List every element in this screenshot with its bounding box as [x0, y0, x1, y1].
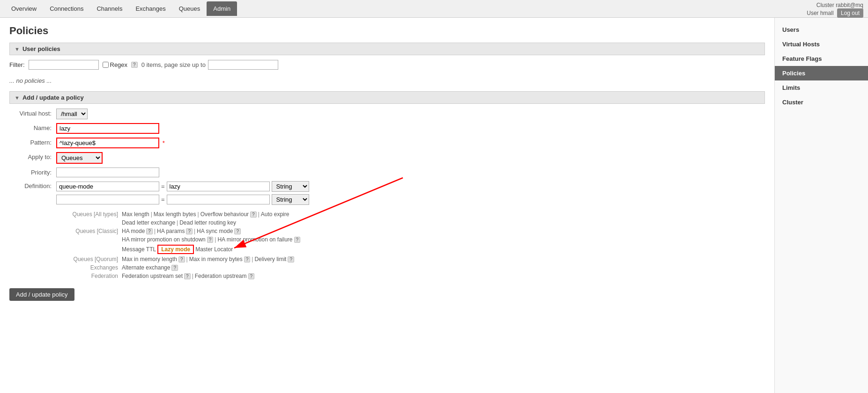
apply-row: Apply to: Queues Exchanges All [9, 152, 765, 164]
hint-ha-mirror-failure[interactable]: HA mirror promotion on failure [217, 236, 292, 243]
hint-auto-expire[interactable]: Auto expire [261, 211, 289, 218]
nav-overview[interactable]: Overview [5, 1, 43, 16]
hint-ha-mirror-shutdown[interactable]: HA mirror promotion on shutdown [122, 236, 206, 243]
add-policy-button[interactable]: Add / update policy [9, 288, 74, 301]
virtual-host-label: Virtual host: [9, 109, 56, 117]
hint-exchanges: Exchanges Alternate exchange ? [56, 264, 765, 271]
nav-connections[interactable]: Connections [43, 1, 90, 16]
pattern-control: * [56, 138, 765, 148]
hint-master-locator[interactable]: Master Locator [195, 246, 233, 253]
hint-category-exchanges: Exchanges [56, 264, 122, 271]
federation-upstream-set-help[interactable]: ? [184, 273, 191, 279]
filter-area: Filter: Regex ? 0 items, page size up to… [9, 60, 765, 73]
user-label: User hmall [807, 10, 833, 16]
federation-upstream-help[interactable]: ? [248, 273, 255, 279]
add-policy-arrow[interactable]: ▼ [15, 95, 20, 101]
delivery-limit-help[interactable]: ? [288, 256, 294, 262]
ha-params-help[interactable]: ? [186, 228, 193, 234]
sidebar-item-feature-flags[interactable]: Feature Flags [775, 51, 868, 66]
hint-max-memory-bytes[interactable]: Max in memory bytes [189, 256, 243, 262]
nav-admin[interactable]: Admin [207, 1, 237, 16]
filter-row: Filter: Regex ? 0 items, page size up to… [9, 60, 765, 70]
no-policies-message: ... no policies ... [9, 77, 765, 84]
hint-queues-all-2: Dead letter exchange | Dead letter routi… [56, 219, 765, 226]
hint-message-ttl[interactable]: Message TTL [122, 246, 156, 253]
definition-entry-1: = String Number Boolean [56, 181, 765, 192]
regex-help-badge[interactable]: ? [131, 62, 138, 68]
alternate-exchange-help[interactable]: ? [171, 265, 178, 271]
add-policy-title: Add / update a policy [22, 94, 84, 101]
hint-category-federation: Federation [56, 273, 122, 279]
pattern-required: * [163, 139, 165, 146]
hint-max-length-bytes[interactable]: Max length bytes [154, 211, 196, 218]
definition-type-2[interactable]: String Number Boolean [272, 194, 309, 205]
ha-mirror-failure-help[interactable]: ? [294, 237, 301, 243]
hint-queues-classic-2: HA mirror promotion on shutdown ? | HA m… [56, 236, 765, 243]
definition-eq-1: = [161, 183, 165, 190]
hint-links-queues-all-2: Dead letter exchange | Dead letter routi… [122, 219, 236, 226]
definition-eq-2: = [161, 196, 165, 203]
definition-key-1[interactable] [56, 182, 159, 191]
nav-queues[interactable]: Queues [172, 1, 207, 16]
hint-category-queues-quorum: Queues [Quorum] [56, 256, 122, 262]
items-count-label: 0 items, page size up to [141, 61, 206, 68]
lazy-mode-button[interactable]: Lazy mode [157, 245, 194, 254]
definition-entry-2: = String Number Boolean [56, 194, 765, 205]
definition-val-1[interactable] [167, 182, 270, 191]
apply-select[interactable]: Queues Exchanges All [56, 152, 103, 164]
max-memory-bytes-help[interactable]: ? [244, 256, 251, 262]
sidebar-item-policies[interactable]: Policies [775, 66, 868, 80]
hint-ha-sync-mode[interactable]: HA sync mode [197, 228, 233, 234]
page-size-input[interactable]: 100 [208, 60, 278, 70]
definition-val-2[interactable] [167, 195, 270, 204]
logout-button[interactable]: Log out [837, 8, 863, 18]
hint-overflow-behaviour[interactable]: Overflow behaviour [200, 211, 249, 218]
sidebar-item-virtual-hosts[interactable]: Virtual Hosts [775, 37, 868, 51]
user-row: User hmall Log out [807, 8, 863, 18]
regex-checkbox[interactable] [103, 62, 109, 68]
hint-links-queues-classic-3: Message TTL Lazy mode Master Locator [122, 245, 233, 254]
sidebar-item-users[interactable]: Users [775, 22, 868, 37]
ha-sync-help[interactable]: ? [234, 228, 241, 234]
priority-input[interactable] [56, 167, 159, 177]
hint-ha-mode[interactable]: HA mode [122, 228, 145, 234]
hint-max-length[interactable]: Max length [122, 211, 149, 218]
ha-mode-help[interactable]: ? [146, 228, 153, 234]
nav-channels[interactable]: Channels [90, 1, 129, 16]
sidebar-item-cluster[interactable]: Cluster [775, 95, 868, 109]
definition-label: Definition: [9, 181, 56, 189]
name-input[interactable] [56, 123, 159, 134]
nav-exchanges[interactable]: Exchanges [129, 1, 172, 16]
name-row: Name: [9, 123, 765, 134]
definition-key-2[interactable] [56, 195, 159, 204]
sep9: | [252, 256, 253, 262]
hint-links-queues-all: Max length | Max length bytes | Overflow… [122, 211, 289, 218]
hint-queues-classic-3: Message TTL Lazy mode Master Locator [56, 245, 765, 254]
collapse-arrow[interactable]: ▼ [15, 46, 20, 52]
max-memory-length-help[interactable]: ? [178, 256, 185, 262]
hint-dead-letter-exchange[interactable]: Dead letter exchange [122, 219, 175, 226]
hint-federation-upstream[interactable]: Federation upstream [195, 273, 247, 279]
virtual-host-control: /hmall [56, 109, 765, 119]
hint-links-queues-quorum: Max in memory length ? | Max in memory b… [122, 256, 294, 262]
hint-queues-classic: Queues [Classic] HA mode ? | HA params ?… [56, 228, 765, 234]
apply-label: Apply to: [9, 152, 56, 160]
virtual-host-select[interactable]: /hmall [56, 109, 88, 119]
page-title: Policies [9, 25, 765, 37]
hint-ha-params[interactable]: HA params [157, 228, 185, 234]
hint-max-memory-length[interactable]: Max in memory length [122, 256, 177, 262]
hint-alternate-exchange[interactable]: Alternate exchange [122, 264, 170, 271]
hint-delivery-limit[interactable]: Delivery limit [254, 256, 286, 262]
add-policy-section: ▼ Add / update a policy Virtual host: /h… [9, 91, 765, 301]
sidebar-item-limits[interactable]: Limits [775, 80, 868, 95]
hint-dead-letter-routing-key[interactable]: Dead letter routing key [179, 219, 236, 226]
hint-federation: Federation Federation upstream set ? | F… [56, 273, 765, 279]
ha-mirror-shutdown-help[interactable]: ? [207, 237, 214, 243]
sep1: | [151, 211, 152, 218]
pattern-input[interactable] [56, 138, 159, 148]
hint-federation-upstream-set[interactable]: Federation upstream set [122, 273, 183, 279]
definition-type-1[interactable]: String Number Boolean [272, 181, 309, 192]
hints-table: Queues [All types] Max length | Max leng… [56, 211, 765, 279]
overflow-help[interactable]: ? [250, 211, 257, 218]
filter-input[interactable] [29, 60, 99, 70]
